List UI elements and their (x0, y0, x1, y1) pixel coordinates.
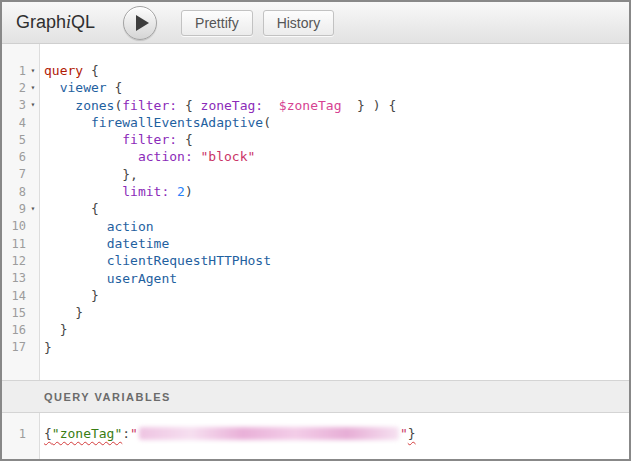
fold-chevron-down-icon[interactable]: ▾ (27, 67, 39, 75)
code-line: action (44, 218, 629, 235)
query-code-area[interactable]: query { viewer { zones(filter: { zoneTag… (40, 44, 629, 380)
redacted-zone-tag-value (139, 427, 399, 440)
code-token: "block" (201, 149, 256, 164)
code-token (44, 98, 75, 113)
line-number: 10 (2, 219, 27, 233)
variables-line: {"zoneTag":""} (44, 425, 629, 442)
line-number: 5 (2, 133, 27, 147)
code-token: action: (138, 149, 193, 164)
line-number: 2 (2, 81, 27, 95)
code-line: query { (44, 62, 629, 79)
gutter-line: 1▾ (2, 62, 39, 79)
code-line: }, (44, 166, 629, 183)
code-line: } (44, 321, 629, 338)
variables-code-area[interactable]: {"zoneTag":""} (40, 413, 629, 459)
gutter-line: 10 (2, 218, 39, 235)
logo-text-post: QL (71, 12, 95, 32)
code-token (44, 271, 107, 286)
gutter-line: 3▾ (2, 97, 39, 114)
code-token: }, (44, 167, 138, 182)
code-token: limit: (122, 184, 169, 199)
fold-chevron-down-icon[interactable]: ▾ (27, 84, 39, 92)
code-token (44, 184, 122, 199)
gutter-line: 7 (2, 166, 39, 183)
code-line: filter: { (44, 131, 629, 148)
gutter-line: 13 (2, 270, 39, 287)
gutter-line: 6 (2, 148, 39, 165)
code-token: query (44, 63, 83, 78)
gutter-line: 1 (2, 425, 39, 442)
code-token (44, 80, 60, 95)
code-token (169, 184, 177, 199)
code-token: filter: (122, 98, 177, 113)
query-variables-header[interactable]: QUERY VARIABLES (2, 380, 629, 413)
code-token (44, 115, 91, 130)
code-token: { (83, 63, 99, 78)
gutter-line: 8 (2, 183, 39, 200)
line-number: 3 (2, 98, 27, 112)
code-token: } ) { (341, 98, 396, 113)
line-number: 13 (2, 271, 27, 285)
code-token: clientRequestHTTPHost (107, 253, 271, 268)
line-number: 9 (2, 202, 27, 216)
code-token: $zoneTag (279, 98, 342, 113)
history-button[interactable]: History (263, 10, 335, 36)
query-editor: 1▾2▾3▾456789▾1011121314151617 query { vi… (2, 44, 629, 380)
code-token (44, 219, 107, 234)
gutter-line: 2▾ (2, 79, 39, 96)
code-line: } (44, 339, 629, 356)
fold-chevron-down-icon[interactable]: ▾ (27, 101, 39, 109)
code-line: firewallEventsAdaptive( (44, 114, 629, 131)
line-number: 17 (2, 340, 27, 354)
gutter-line: 5 (2, 131, 39, 148)
code-token (44, 132, 122, 147)
line-number: 8 (2, 185, 27, 199)
code-token: { (44, 201, 99, 216)
line-number: 14 (2, 289, 27, 303)
code-token: datetime (107, 236, 170, 251)
code-token (44, 236, 107, 251)
code-line: { (44, 200, 629, 217)
code-line: userAgent (44, 270, 629, 287)
gutter-line: 9▾ (2, 200, 39, 217)
code-line: } (44, 304, 629, 321)
line-number: 11 (2, 237, 27, 251)
gutter-line: 4 (2, 114, 39, 131)
code-token (44, 253, 107, 268)
line-number: 1 (2, 427, 27, 441)
code-token: { (177, 98, 200, 113)
code-token: filter: (122, 132, 177, 147)
graphiql-logo: GraphiQL (16, 12, 95, 33)
code-line: datetime (44, 235, 629, 252)
line-number: 12 (2, 254, 27, 268)
code-token: zones (75, 98, 114, 113)
code-token: ) (185, 184, 193, 199)
gutter-line: 17 (2, 339, 39, 356)
code-token: ( (263, 115, 271, 130)
prettify-button[interactable]: Prettify (181, 10, 253, 36)
code-token (263, 98, 279, 113)
graphiql-app: GraphiQL Prettify History 1▾2▾3▾456789▾1… (0, 0, 631, 461)
gutter-line: 15 (2, 304, 39, 321)
code-token: firewallEventsAdaptive (91, 115, 263, 130)
code-token: } (44, 305, 83, 320)
gutter-line: 11 (2, 235, 39, 252)
code-token: viewer (60, 80, 107, 95)
code-token: } (408, 426, 416, 441)
gutter-line: 12 (2, 252, 39, 269)
line-number: 15 (2, 306, 27, 320)
code-line: limit: 2) (44, 183, 629, 200)
line-number: 4 (2, 116, 27, 130)
gutter-line: 16 (2, 321, 39, 338)
variables-editor: 1 {"zoneTag":""} (2, 413, 629, 459)
line-number: 16 (2, 323, 27, 337)
fold-chevron-down-icon[interactable]: ▾ (27, 205, 39, 213)
code-token: action (107, 219, 154, 234)
line-number: 6 (2, 150, 27, 164)
logo-text-pre: Graph (16, 12, 66, 32)
query-variables-title: QUERY VARIABLES (44, 391, 171, 403)
execute-query-button[interactable] (123, 6, 157, 40)
code-token: userAgent (107, 271, 177, 286)
code-token: "zoneTag" (52, 426, 122, 441)
query-gutter: 1▾2▾3▾456789▾1011121314151617 (2, 44, 40, 380)
